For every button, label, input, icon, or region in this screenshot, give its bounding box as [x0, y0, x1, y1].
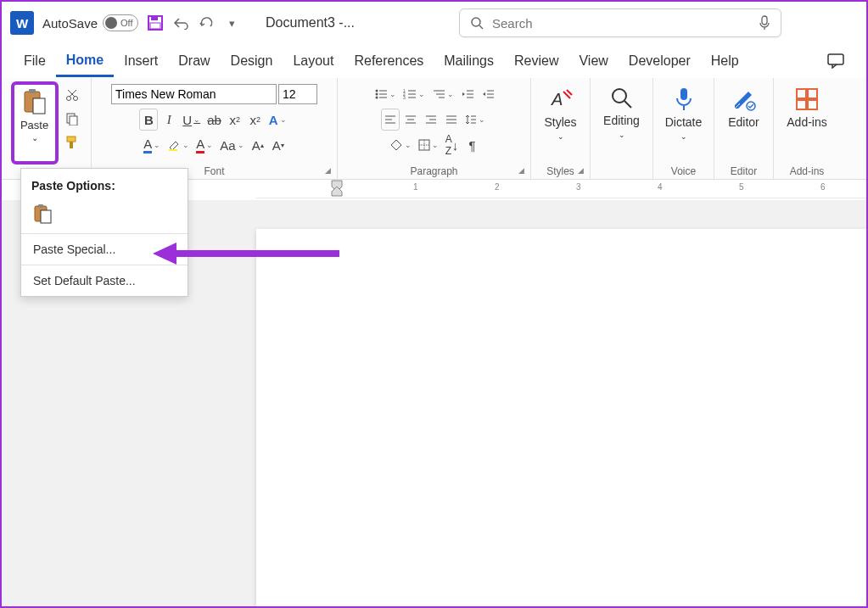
ruler-mark: 5: [739, 182, 744, 192]
styles-launcher-icon[interactable]: ◢: [578, 166, 586, 175]
document-page[interactable]: [256, 229, 868, 608]
paste-options-header: Paste Options:: [21, 169, 188, 199]
editor-group: Editor Editor: [714, 78, 774, 179]
align-left-button[interactable]: [381, 109, 400, 131]
italic-button[interactable]: I: [160, 109, 178, 131]
styles-group: A Styles ⌄ Styles ◢: [531, 78, 591, 179]
svg-rect-68: [38, 204, 43, 208]
svg-point-3: [472, 18, 480, 26]
shading-button[interactable]: [387, 134, 414, 156]
autosave-toggle-knob: [105, 17, 117, 29]
svg-point-59: [613, 89, 626, 103]
svg-text:3: 3: [403, 95, 406, 100]
horizontal-ruler[interactable]: 1 2 3 4 5 6: [256, 180, 866, 198]
tab-developer[interactable]: Developer: [619, 47, 701, 75]
svg-rect-66: [808, 100, 817, 109]
multilevel-list-button[interactable]: [429, 83, 456, 105]
bullets-button[interactable]: [372, 83, 399, 105]
search-box[interactable]: [459, 8, 781, 37]
underline-button[interactable]: U: [180, 109, 203, 131]
numbering-button[interactable]: 123: [400, 83, 428, 105]
editing-button[interactable]: Editing ⌄: [596, 81, 648, 163]
styles-button[interactable]: A Styles ⌄: [535, 81, 587, 163]
svg-rect-1: [151, 16, 158, 20]
subscript-button[interactable]: x2: [226, 109, 244, 131]
svg-rect-18: [169, 149, 177, 151]
font-launcher-icon[interactable]: ◢: [325, 166, 333, 175]
align-right-button[interactable]: [422, 109, 440, 131]
svg-rect-17: [70, 142, 73, 148]
save-icon[interactable]: [147, 14, 164, 31]
tab-design[interactable]: Design: [221, 47, 283, 75]
align-center-button[interactable]: [401, 109, 420, 131]
cut-icon[interactable]: [62, 85, 82, 105]
sort-button[interactable]: AZ↓: [443, 134, 462, 156]
paragraph-group-label: Paragraph: [338, 165, 530, 177]
paste-button[interactable]: Paste ⌄: [11, 81, 59, 165]
addins-button[interactable]: Add-ins: [781, 81, 833, 163]
font-color-button[interactable]: A: [193, 134, 216, 156]
format-painter-icon[interactable]: [62, 132, 82, 153]
svg-rect-15: [70, 116, 77, 126]
font-size-input[interactable]: [278, 84, 317, 104]
set-default-paste-item[interactable]: Set Default Paste...: [21, 265, 188, 296]
redo-icon[interactable]: [198, 14, 215, 31]
svg-rect-63: [797, 89, 806, 98]
ribbon: Paste ⌄ B I U ab x2 x2 A A A: [2, 78, 866, 180]
tab-mailings[interactable]: Mailings: [434, 47, 504, 75]
tab-file[interactable]: File: [14, 47, 56, 75]
autosave-toggle[interactable]: Off: [103, 14, 138, 31]
increase-indent-button[interactable]: [479, 83, 497, 105]
paste-icon: [21, 88, 48, 117]
tab-references[interactable]: References: [344, 47, 434, 75]
copy-icon[interactable]: [62, 109, 82, 129]
borders-button[interactable]: [416, 134, 441, 156]
tab-draw[interactable]: Draw: [168, 47, 220, 75]
tab-insert[interactable]: Insert: [114, 47, 168, 75]
grow-font-button[interactable]: A▴: [249, 134, 267, 156]
tab-view[interactable]: View: [568, 47, 618, 75]
dictate-button[interactable]: Dictate ⌄: [658, 81, 710, 163]
tab-help[interactable]: Help: [701, 47, 749, 75]
qat-customize-icon[interactable]: ▾: [223, 14, 240, 31]
text-effects-button[interactable]: A: [266, 109, 289, 131]
superscript-button[interactable]: x2: [246, 109, 265, 131]
mic-icon[interactable]: [759, 15, 770, 31]
font-color-fill-button[interactable]: A: [141, 134, 163, 156]
change-case-button[interactable]: Aa: [217, 134, 246, 156]
ruler-mark: 4: [658, 182, 663, 192]
tab-home[interactable]: Home: [56, 46, 114, 77]
keep-source-formatting-icon[interactable]: [31, 203, 53, 225]
font-name-input[interactable]: [111, 84, 277, 104]
svg-point-10: [66, 97, 70, 101]
indent-marker-icon[interactable]: [331, 180, 343, 197]
shrink-font-button[interactable]: A▾: [269, 134, 288, 156]
bold-button[interactable]: B: [139, 109, 158, 131]
paste-special-item[interactable]: Paste Special...: [21, 234, 188, 265]
find-icon: [610, 86, 634, 110]
decrease-indent-button[interactable]: [458, 83, 477, 105]
undo-icon[interactable]: [172, 14, 189, 31]
mic-icon: [674, 86, 694, 112]
svg-rect-61: [680, 88, 687, 100]
styles-icon: A: [548, 86, 574, 112]
paste-label: Paste: [20, 119, 48, 131]
ruler-mark: 3: [576, 182, 581, 192]
addins-group: Add-ins Add-ins: [774, 78, 840, 179]
autosave-control[interactable]: AutoSave Off: [42, 14, 138, 31]
strikethrough-button[interactable]: ab: [204, 109, 224, 131]
show-marks-button[interactable]: ¶: [463, 134, 482, 156]
tab-review[interactable]: Review: [504, 47, 568, 75]
addins-icon: [794, 86, 820, 112]
justify-button[interactable]: [442, 109, 461, 131]
paragraph-launcher-icon[interactable]: ◢: [518, 166, 527, 175]
search-input[interactable]: [490, 15, 752, 31]
editor-button[interactable]: Editor: [718, 81, 770, 163]
tab-layout[interactable]: Layout: [283, 47, 344, 75]
line-spacing-button[interactable]: [462, 109, 488, 131]
editing-group: Editing ⌄: [591, 78, 653, 179]
comments-icon[interactable]: [817, 47, 854, 75]
paste-dropdown-arrow: ⌄: [31, 133, 38, 142]
svg-rect-16: [67, 137, 76, 142]
highlight-button[interactable]: [165, 134, 192, 156]
